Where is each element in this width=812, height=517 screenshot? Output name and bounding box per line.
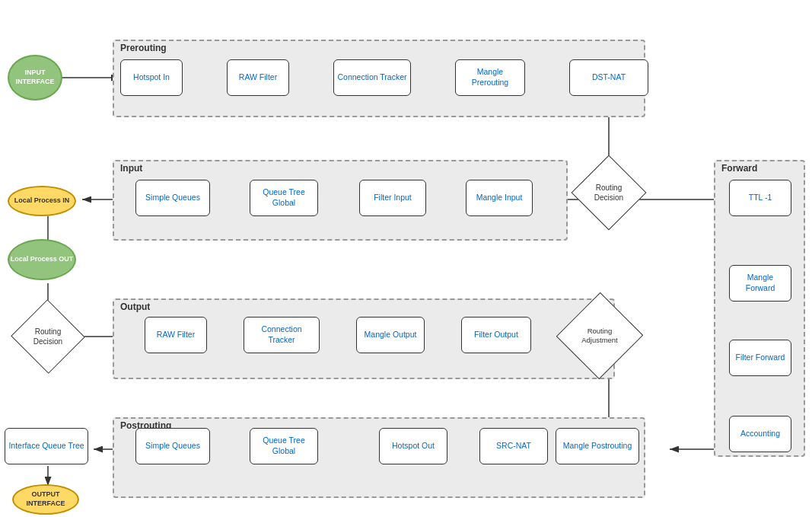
filter-output: Filter Output	[461, 317, 531, 353]
input-interface: INPUT INTERFACE	[8, 55, 62, 101]
accounting: Accounting	[729, 416, 791, 452]
mangle-input: Mangle Input	[466, 180, 533, 216]
raw-filter-out: RAW Filter	[145, 317, 207, 353]
routing-decision-1: Routing Decision	[582, 166, 635, 219]
diagram: INPUT INTERFACE Prerouting Hotspot In RA…	[0, 0, 812, 517]
ttl-1: TTL -1	[729, 180, 791, 216]
interface-queue-tree: Interface Queue Tree	[5, 428, 88, 464]
dst-nat: DST-NAT	[569, 59, 648, 96]
input-label: Input	[120, 163, 142, 174]
prerouting-label: Prerouting	[120, 43, 167, 53]
connection-tracker-out: Connection Tracker	[244, 317, 320, 353]
output-interface: OUTPUT INTERFACE	[12, 484, 79, 515]
filter-forward: Filter Forward	[729, 340, 791, 376]
routing-adjustment: Routing Adjustment	[569, 305, 630, 367]
filter-input: Filter Input	[359, 180, 426, 216]
local-process-in: Local Process IN	[8, 186, 76, 216]
hotspot-out: Hotspot Out	[379, 428, 447, 464]
raw-filter-pre: RAW Filter	[227, 59, 289, 96]
connection-tracker-pre: Connection Tracker	[333, 59, 411, 96]
queue-tree-global-in: Queue Tree Global	[250, 180, 318, 216]
mangle-output: Mangle Output	[356, 317, 425, 353]
routing-decision-2: Routing Decision	[21, 311, 75, 362]
simple-queues-out: Simple Queues	[135, 428, 210, 464]
mangle-forward: Mangle Forward	[729, 265, 791, 302]
output-label: Output	[120, 302, 150, 312]
mangle-prerouting: Mangle Prerouting	[455, 59, 525, 96]
forward-label: Forward	[721, 163, 757, 174]
local-process-out: Local Process OUT	[8, 239, 76, 280]
src-nat: SRC-NAT	[479, 428, 548, 464]
simple-queues-in: Simple Queues	[135, 180, 210, 216]
mangle-postrouting: Mangle Postrouting	[556, 428, 639, 464]
queue-tree-global-out: Queue Tree Global	[250, 428, 318, 464]
hotspot-in: Hotspot In	[120, 59, 183, 96]
